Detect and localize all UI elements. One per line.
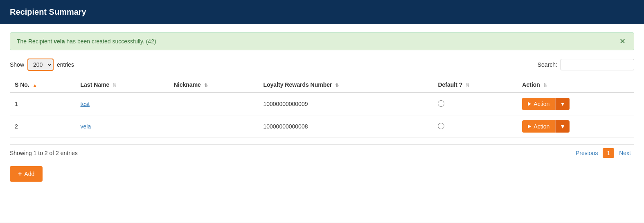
cell-action[interactable]: Action▼ — [517, 115, 634, 138]
cell-last-name[interactable]: vela — [76, 115, 169, 138]
cell-s-no: 2 — [10, 115, 76, 138]
action-label: Action — [534, 101, 549, 107]
col-nickname[interactable]: Nickname ⇅ — [169, 77, 259, 92]
col-action[interactable]: Action ⇅ — [517, 77, 634, 92]
sort-icon-action: ⇅ — [543, 83, 547, 88]
action-dropdown-button[interactable]: ▼ — [555, 98, 570, 110]
col-default[interactable]: Default ? ⇅ — [433, 77, 517, 92]
entries-select[interactable]: 200 10 25 50 100 — [27, 59, 54, 71]
action-label: Action — [534, 123, 549, 130]
cell-nickname — [169, 92, 259, 115]
sort-icon-nickname: ⇅ — [204, 83, 208, 88]
last-name-link[interactable]: test — [81, 101, 90, 107]
pagination: Previous 1 Next — [572, 148, 634, 158]
last-name-link[interactable]: vela — [81, 123, 91, 130]
cell-loyalty: 10000000000009 — [258, 92, 433, 115]
cell-action[interactable]: Action▼ — [517, 92, 634, 115]
play-icon — [528, 124, 531, 128]
search-label: Search: — [538, 61, 557, 68]
plus-icon: + — [18, 170, 22, 178]
cell-default[interactable] — [433, 115, 517, 138]
alert-message: The Recipient vela has been created succ… — [17, 38, 156, 45]
sort-icon-last-name: ⇅ — [113, 83, 116, 88]
alert-close-button[interactable]: ✕ — [618, 38, 627, 45]
action-main-button[interactable]: Action — [522, 98, 555, 110]
table-row: 1test10000000000009Action▼ — [10, 92, 634, 115]
show-label: Show — [10, 61, 24, 68]
previous-button[interactable]: Previous — [572, 148, 601, 158]
page-header: Recipient Summary — [0, 0, 644, 24]
play-icon — [528, 102, 531, 106]
page-title: Recipient Summary — [10, 7, 86, 16]
next-button[interactable]: Next — [616, 148, 634, 158]
col-last-name[interactable]: Last Name ⇅ — [76, 77, 169, 92]
entries-label: entries — [57, 61, 74, 68]
add-button[interactable]: + Add — [10, 166, 43, 182]
cell-loyalty: 10000000000008 — [258, 115, 433, 138]
cell-default[interactable] — [433, 92, 517, 115]
col-loyalty-rewards[interactable]: Loyalty Rewards Number ⇅ — [258, 77, 433, 92]
cell-nickname — [169, 115, 259, 138]
sort-icon-s-no: ▲ — [33, 83, 37, 88]
search-input[interactable] — [561, 59, 634, 70]
sort-icon-default: ⇅ — [466, 83, 469, 88]
recipients-table: S No. ▲ Last Name ⇅ Nickname ⇅ Loyalty R… — [10, 77, 634, 138]
action-btn-group: Action▼ — [522, 120, 570, 133]
col-s-no[interactable]: S No. ▲ — [10, 77, 76, 92]
cell-last-name[interactable]: test — [76, 92, 169, 115]
table-row: 2vela10000000000008Action▼ — [10, 115, 634, 138]
action-dropdown-button[interactable]: ▼ — [555, 120, 570, 133]
action-btn-group: Action▼ — [522, 98, 570, 110]
default-radio[interactable] — [438, 100, 444, 107]
sort-icon-loyalty: ⇅ — [335, 83, 339, 88]
default-radio[interactable] — [438, 123, 444, 129]
action-main-button[interactable]: Action — [522, 120, 555, 133]
page-1-button[interactable]: 1 — [603, 148, 614, 158]
add-button-label: Add — [24, 171, 34, 177]
cell-s-no: 1 — [10, 92, 76, 115]
success-alert: The Recipient vela has been created succ… — [10, 32, 634, 50]
showing-text: Showing 1 to 2 of 2 entries — [10, 150, 78, 156]
